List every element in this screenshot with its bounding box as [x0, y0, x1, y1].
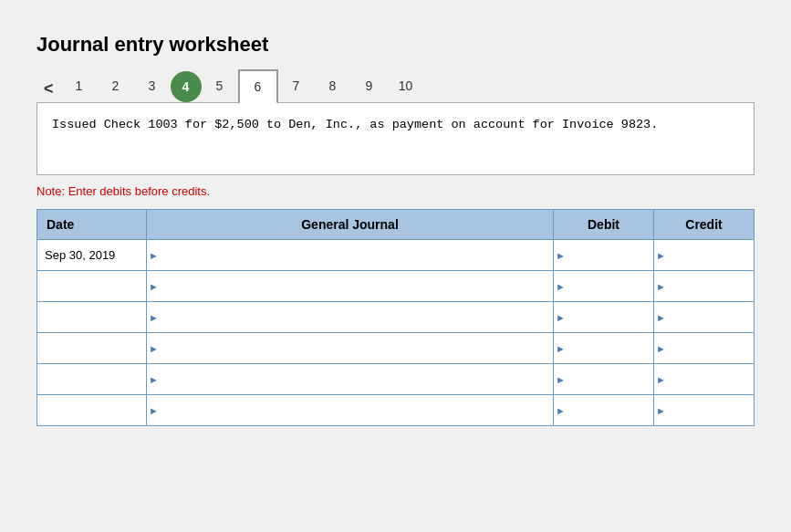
- page-container: Journal entry worksheet < 1 2 3 4 5 6 7 …: [18, 18, 773, 441]
- table-row: Sep 30, 2019 ► ► ►: [37, 240, 755, 271]
- tab-4[interactable]: 4: [171, 71, 202, 102]
- journal-cell-2[interactable]: ►: [147, 271, 554, 302]
- debit-cell-1[interactable]: ►: [554, 240, 654, 271]
- credit-input-6[interactable]: [668, 395, 752, 425]
- date-cell-3: [37, 302, 147, 333]
- debit-arrow-1: ►: [556, 250, 566, 261]
- nav-back-arrow[interactable]: <: [36, 76, 61, 102]
- credit-arrow-5: ►: [656, 374, 666, 385]
- journal-cell-4[interactable]: ►: [147, 333, 554, 364]
- date-cell-4: [37, 333, 147, 364]
- tab-1[interactable]: 1: [61, 69, 98, 102]
- debit-arrow-6: ►: [556, 405, 566, 416]
- row-arrow-3: ►: [149, 312, 159, 323]
- page-title: Journal entry worksheet: [36, 33, 755, 57]
- tab-3[interactable]: 3: [134, 69, 171, 102]
- debit-input-6[interactable]: [567, 395, 651, 425]
- date-cell-1: Sep 30, 2019: [37, 240, 147, 271]
- header-credit: Credit: [654, 210, 755, 240]
- credit-input-3[interactable]: [668, 302, 752, 332]
- credit-arrow-4: ►: [656, 343, 666, 354]
- credit-arrow-6: ►: [656, 405, 666, 416]
- date-cell-5: [37, 364, 147, 395]
- credit-cell-4[interactable]: ►: [654, 333, 755, 364]
- credit-input-1[interactable]: [668, 240, 752, 270]
- credit-input-5[interactable]: [668, 364, 752, 394]
- journal-input-6[interactable]: [161, 395, 551, 425]
- tab-2[interactable]: 2: [98, 69, 134, 102]
- credit-input-2[interactable]: [668, 271, 752, 301]
- credit-cell-5[interactable]: ►: [654, 364, 755, 395]
- date-cell-6: [37, 395, 147, 426]
- tab-7[interactable]: 7: [278, 69, 315, 102]
- journal-input-1[interactable]: [161, 240, 551, 270]
- credit-cell-2[interactable]: ►: [654, 271, 755, 302]
- debit-input-2[interactable]: [567, 271, 651, 301]
- credit-cell-6[interactable]: ►: [654, 395, 755, 426]
- journal-cell-5[interactable]: ►: [147, 364, 554, 395]
- header-debit: Debit: [554, 210, 654, 240]
- header-date: Date: [37, 210, 147, 240]
- debit-arrow-5: ►: [556, 374, 566, 385]
- note-text: Note: Enter debits before credits.: [36, 184, 755, 198]
- table-row: ► ► ►: [37, 364, 755, 395]
- debit-cell-6[interactable]: ►: [554, 395, 654, 426]
- tab-9[interactable]: 9: [351, 69, 388, 102]
- debit-cell-5[interactable]: ►: [554, 364, 654, 395]
- debit-input-1[interactable]: [567, 240, 651, 270]
- debit-cell-2[interactable]: ►: [554, 271, 654, 302]
- credit-arrow-2: ►: [656, 281, 666, 292]
- table-row: ► ► ►: [37, 271, 755, 302]
- journal-input-4[interactable]: [161, 333, 551, 363]
- table-row: ► ► ►: [37, 395, 755, 426]
- debit-input-5[interactable]: [567, 364, 651, 394]
- debit-arrow-2: ►: [556, 281, 566, 292]
- credit-arrow-1: ►: [656, 250, 666, 261]
- debit-input-4[interactable]: [567, 333, 651, 363]
- journal-cell-6[interactable]: ►: [147, 395, 554, 426]
- row-arrow-1: ►: [149, 250, 159, 261]
- description-box: Issued Check 1003 for $2,500 to Den, Inc…: [36, 102, 755, 175]
- credit-cell-1[interactable]: ►: [654, 240, 755, 271]
- credit-arrow-3: ►: [656, 312, 666, 323]
- debit-input-3[interactable]: [567, 302, 651, 332]
- row-arrow-4: ►: [149, 343, 159, 354]
- row-arrow-6: ►: [149, 405, 159, 416]
- tab-10[interactable]: 10: [388, 69, 424, 102]
- journal-input-2[interactable]: [161, 271, 551, 301]
- debit-cell-3[interactable]: ►: [554, 302, 654, 333]
- tab-8[interactable]: 8: [315, 69, 351, 102]
- credit-cell-3[interactable]: ►: [654, 302, 755, 333]
- journal-cell-1[interactable]: ►: [147, 240, 554, 271]
- debit-arrow-3: ►: [556, 312, 566, 323]
- tab-navigation: < 1 2 3 4 5 6 7 8 9 10: [36, 69, 755, 104]
- debit-arrow-4: ►: [556, 343, 566, 354]
- date-cell-2: [37, 271, 147, 302]
- tab-5[interactable]: 5: [202, 69, 238, 102]
- journal-input-3[interactable]: [161, 302, 551, 332]
- credit-input-4[interactable]: [668, 333, 752, 363]
- debit-cell-4[interactable]: ►: [554, 333, 654, 364]
- table-row: ► ► ►: [37, 333, 755, 364]
- row-arrow-2: ►: [149, 281, 159, 292]
- row-arrow-5: ►: [149, 374, 159, 385]
- journal-cell-3[interactable]: ►: [147, 302, 554, 333]
- journal-table: Date General Journal Debit Credit Sep 30…: [36, 209, 755, 426]
- tab-6[interactable]: 6: [238, 69, 278, 104]
- table-header-row: Date General Journal Debit Credit: [37, 210, 755, 240]
- header-general-journal: General Journal: [147, 210, 554, 240]
- journal-input-5[interactable]: [161, 364, 551, 394]
- table-row: ► ► ►: [37, 302, 755, 333]
- description-text: Issued Check 1003 for $2,500 to Den, Inc…: [52, 118, 658, 131]
